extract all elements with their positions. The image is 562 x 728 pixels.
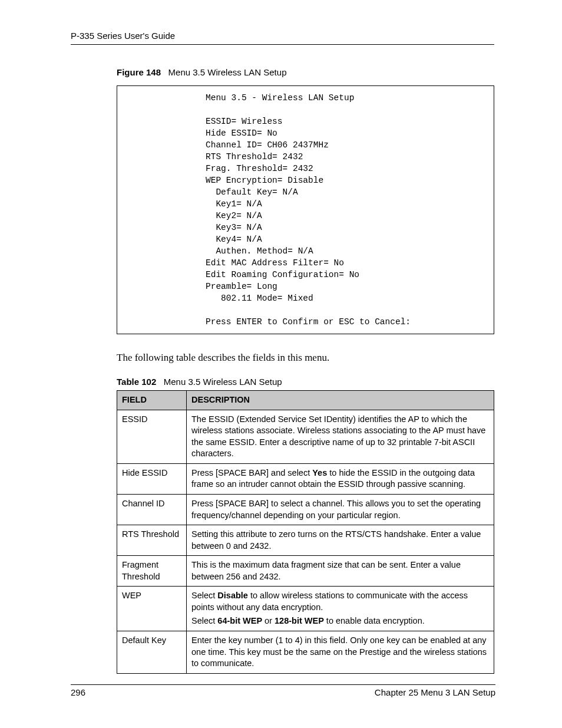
figure-caption: Figure 148 Menu 3.5 Wireless LAN Setup	[117, 67, 494, 77]
col-description: DESCRIPTION	[187, 391, 494, 410]
intro-paragraph: The following table describes the fields…	[117, 352, 494, 364]
desc-paragraph: The ESSID (Extended Service Set IDentity…	[191, 414, 489, 460]
text: Press [SPACE BAR] to select a channel. T…	[191, 499, 481, 520]
cell-field: Fragment Threshold	[117, 556, 187, 587]
text: Enter the key number (1 to 4) in this fi…	[191, 635, 487, 668]
cell-field: Hide ESSID	[117, 463, 187, 494]
chapter-label: Chapter 25 Menu 3 LAN Setup	[375, 687, 495, 697]
desc-paragraph: Setting this attribute to zero turns on …	[191, 529, 489, 552]
field-description-table: FIELD DESCRIPTION ESSIDThe ESSID (Extend…	[117, 390, 494, 674]
text: Setting this attribute to zero turns on …	[191, 529, 481, 551]
cell-field: Default Key	[117, 631, 187, 674]
cell-field: RTS Threshold	[117, 525, 187, 556]
bold-text: Yes	[312, 468, 327, 477]
table-title: Menu 3.5 Wireless LAN Setup	[164, 377, 282, 387]
cell-description: The ESSID (Extended Service Set IDentity…	[187, 410, 494, 463]
desc-paragraph: Select 64-bit WEP or 128-bit WEP to enab…	[191, 615, 489, 627]
figure-label: Figure 148	[117, 67, 161, 77]
text: to enable data encryption.	[324, 616, 425, 625]
text: Select	[191, 616, 217, 625]
figure-title: Menu 3.5 Wireless LAN Setup	[168, 67, 287, 77]
document-page: P-335 Series User's Guide Figure 148 Men…	[0, 0, 562, 728]
table-caption: Table 102 Menu 3.5 Wireless LAN Setup	[117, 377, 494, 387]
table-label: Table 102	[117, 377, 156, 387]
text: This is the maximum data fragment size t…	[191, 560, 461, 581]
cell-description: This is the maximum data fragment size t…	[187, 556, 494, 587]
cell-field: WEP	[117, 587, 187, 631]
cell-description: Setting this attribute to zero turns on …	[187, 525, 494, 556]
table-row: Hide ESSIDPress [SPACE BAR] and select Y…	[117, 463, 494, 494]
page-content: Figure 148 Menu 3.5 Wireless LAN Setup M…	[71, 67, 494, 674]
desc-paragraph: Press [SPACE BAR] and select Yes to hide…	[191, 467, 489, 490]
text: Press [SPACE BAR] and select	[191, 468, 312, 477]
text: Select	[191, 591, 217, 600]
desc-paragraph: Enter the key number (1 to 4) in this fi…	[191, 635, 489, 670]
bold-text: 128-bit WEP	[275, 616, 324, 625]
running-header: P-335 Series User's Guide	[71, 31, 494, 45]
desc-paragraph: Press [SPACE BAR] to select a channel. T…	[191, 498, 489, 521]
cell-field: Channel ID	[117, 494, 187, 525]
bold-text: Disable	[217, 591, 248, 600]
table-row: Channel IDPress [SPACE BAR] to select a …	[117, 494, 494, 525]
table-row: Fragment ThresholdThis is the maximum da…	[117, 556, 494, 587]
table-body: ESSIDThe ESSID (Extended Service Set IDe…	[117, 410, 494, 673]
table-row: Default KeyEnter the key number (1 to 4)…	[117, 631, 494, 674]
cell-description: Press [SPACE BAR] and select Yes to hide…	[187, 463, 494, 494]
terminal-screenshot: Menu 3.5 - Wireless LAN Setup ESSID= Wir…	[117, 85, 494, 334]
text: or	[262, 616, 275, 625]
bold-text: 64-bit WEP	[217, 616, 262, 625]
desc-paragraph: Select Disable to allow wireless station…	[191, 590, 489, 613]
page-footer: 296 Chapter 25 Menu 3 LAN Setup	[71, 684, 495, 697]
table-row: RTS ThresholdSetting this attribute to z…	[117, 525, 494, 556]
table-row: WEPSelect Disable to allow wireless stat…	[117, 587, 494, 631]
page-number: 296	[71, 687, 85, 697]
cell-field: ESSID	[117, 410, 187, 463]
col-field: FIELD	[117, 391, 187, 410]
table-header-row: FIELD DESCRIPTION	[117, 391, 494, 410]
cell-description: Select Disable to allow wireless station…	[187, 587, 494, 631]
cell-description: Enter the key number (1 to 4) in this fi…	[187, 631, 494, 674]
text: The ESSID (Extended Service Set IDentity…	[191, 414, 485, 459]
table-row: ESSIDThe ESSID (Extended Service Set IDe…	[117, 410, 494, 463]
cell-description: Press [SPACE BAR] to select a channel. T…	[187, 494, 494, 525]
desc-paragraph: This is the maximum data fragment size t…	[191, 559, 489, 582]
